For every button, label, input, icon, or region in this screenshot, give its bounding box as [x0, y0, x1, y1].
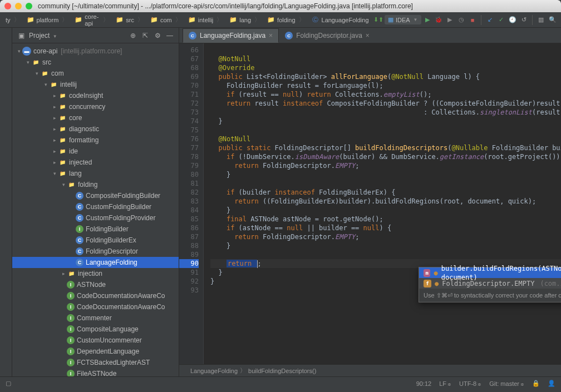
- caret-position[interactable]: 90:12: [416, 380, 432, 387]
- editor-tab[interactable]: CLanguageFolding.java×: [183, 28, 279, 43]
- breadcrumb-item[interactable]: 📁lang〉: [227, 16, 264, 24]
- breadcrumb-item[interactable]: 📁com〉: [148, 16, 185, 24]
- tree-node[interactable]: ICompositeLanguage: [12, 324, 179, 335]
- tree-node[interactable]: ▾📁folding: [12, 179, 179, 190]
- tree-node[interactable]: CCustomFoldingBuilder: [12, 201, 179, 212]
- stop-button[interactable]: ■: [468, 14, 478, 26]
- iface-icon: I: [67, 325, 75, 333]
- tree-node[interactable]: CCompositeFoldingBuilder: [12, 190, 179, 201]
- tree-node[interactable]: ▸📁injected: [12, 157, 179, 168]
- hide-panel-icon[interactable]: —: [165, 31, 174, 40]
- tree-node[interactable]: ▾📁src: [12, 57, 179, 68]
- folder-icon: 📁: [188, 16, 196, 24]
- project-panel-header: ▣ Project ▼ ⊕ ⇱ ⚙ —: [12, 28, 179, 43]
- file-encoding[interactable]: UTF-8≑: [459, 380, 481, 387]
- tree-node[interactable]: CLanguageFolding: [12, 257, 179, 268]
- status-icon[interactable]: ▢: [6, 380, 11, 387]
- search-everywhere-button[interactable]: 🔍: [548, 14, 558, 26]
- breadcrumb-method[interactable]: buildFoldingDescriptors(): [248, 368, 316, 374]
- readonly-lock-icon[interactable]: 🔒: [532, 380, 540, 387]
- iface-icon: I: [67, 292, 75, 300]
- tree-node[interactable]: ▸📁formatting: [12, 135, 179, 146]
- code-editor[interactable]: 6667686970717273747576777879808182838485…: [179, 43, 561, 364]
- scroll-from-source-icon[interactable]: ⊕: [129, 31, 137, 40]
- folder-icon: 📁: [116, 16, 124, 24]
- close-tab-icon[interactable]: ×: [269, 32, 273, 39]
- iface-icon: I: [67, 281, 75, 289]
- pkg-icon: 📁: [58, 91, 67, 100]
- coverage-button[interactable]: ▶: [445, 14, 455, 26]
- tree-node[interactable]: ▸📁injection: [12, 268, 179, 279]
- breadcrumb-item[interactable]: 📁intellij〉: [186, 16, 227, 24]
- class-icon: Ⓒ: [312, 16, 319, 24]
- project-tree[interactable]: ▾▬core-api[intellij.platform.core]▾📁src▾…: [12, 43, 179, 376]
- editor-tab[interactable]: CFoldingDescriptor.java×: [279, 28, 376, 43]
- breadcrumb-item[interactable]: 📁src〉: [114, 16, 147, 24]
- tree-node[interactable]: ▾▬core-api[intellij.platform.core]: [12, 46, 179, 57]
- profile-button[interactable]: ◷: [456, 14, 466, 26]
- method-icon: m: [424, 269, 430, 277]
- tree-node[interactable]: ▸📁codeInsight: [12, 90, 179, 101]
- cls-icon: C: [76, 236, 83, 244]
- breadcrumb-item[interactable]: 📁folding〉: [265, 16, 308, 24]
- inspection-indicator[interactable]: 👤: [548, 380, 555, 387]
- project-structure-button[interactable]: ▥: [536, 14, 546, 26]
- folder-icon: 📁: [27, 16, 35, 24]
- tree-node[interactable]: ICommenter: [12, 312, 179, 324]
- settings-gear-icon[interactable]: ⚙: [153, 31, 162, 40]
- pkg-icon: 📁: [58, 136, 67, 145]
- folder-icon: 📁: [75, 16, 82, 24]
- left-gutter[interactable]: [0, 28, 12, 376]
- run-button[interactable]: ▶: [422, 14, 432, 26]
- tree-node[interactable]: IFoldingBuilder: [12, 224, 179, 235]
- breadcrumb-item[interactable]: 📁core-api〉: [72, 13, 112, 27]
- class-icon: C: [189, 32, 196, 39]
- tree-node[interactable]: IFCTSBackedLighterAST: [12, 357, 179, 368]
- tree-node[interactable]: ▸📁concurrency: [12, 101, 179, 112]
- folder-icon: 📁: [150, 16, 158, 24]
- tree-node[interactable]: IDependentLanguage: [12, 346, 179, 357]
- breadcrumb-item[interactable]: 📁platform〉: [24, 16, 72, 24]
- git-branch[interactable]: Git: master≑: [489, 380, 524, 387]
- tree-node[interactable]: ▾📁intellij: [12, 79, 179, 90]
- minimize-window[interactable]: [15, 3, 22, 9]
- vcs-commit-button[interactable]: ✓: [496, 14, 506, 26]
- completion-item[interactable]: f ● FoldingDescriptor.EMPTY (com.intelli…: [419, 278, 561, 289]
- tree-node[interactable]: ICodeDocumentationAwareCo: [12, 290, 179, 301]
- breadcrumb-item[interactable]: ty〉: [3, 16, 23, 24]
- tree-node[interactable]: CCustomFoldingProvider: [12, 212, 179, 224]
- vcs-update-button[interactable]: ↙: [485, 14, 495, 26]
- tree-node[interactable]: ▾📁lang: [12, 168, 179, 179]
- vcs-history-button[interactable]: 🕘: [508, 14, 518, 26]
- tree-node[interactable]: CFoldingBuilderEx: [12, 235, 179, 246]
- tree-node[interactable]: ▾📁com: [12, 68, 179, 79]
- window-title: community [~/ultimate/community] - .../p…: [38, 2, 413, 10]
- code-content[interactable]: @NotNull @Override public List<FoldingBu…: [204, 43, 561, 364]
- tree-node[interactable]: ▸📁diagnostic: [12, 123, 179, 135]
- project-view-icon[interactable]: ▣: [17, 31, 26, 40]
- run-config-selector[interactable]: ▦IDEA▼: [385, 15, 421, 24]
- pkg-icon: 📁: [58, 147, 67, 156]
- close-window[interactable]: [4, 3, 11, 9]
- build-button[interactable]: ⬇⬆: [373, 14, 383, 26]
- line-number-gutter[interactable]: 6667686970717273747576777879808182838485…: [179, 43, 204, 364]
- zoom-window[interactable]: [26, 3, 32, 9]
- tree-node[interactable]: IFileASTNode: [12, 368, 179, 376]
- line-separator[interactable]: LF≑: [439, 380, 451, 387]
- tree-node[interactable]: ▸📁ide: [12, 146, 179, 157]
- pkg-icon: 📁: [49, 80, 58, 89]
- collapse-all-icon[interactable]: ⇱: [141, 31, 150, 40]
- pkg-icon: 📁: [58, 102, 67, 111]
- project-panel-title: Project ▼: [29, 32, 125, 39]
- debug-button[interactable]: 🐞: [434, 14, 444, 26]
- tree-node[interactable]: ICustomUncommenter: [12, 335, 179, 346]
- tree-node[interactable]: IASTNode: [12, 279, 179, 290]
- tree-node[interactable]: CFoldingDescriptor: [12, 246, 179, 257]
- tree-node[interactable]: ICodeDocumentationAwareCo: [12, 301, 179, 312]
- tree-node[interactable]: ▸📁core: [12, 112, 179, 123]
- breadcrumb-class[interactable]: LanguageFolding: [190, 368, 238, 374]
- close-tab-icon[interactable]: ×: [366, 32, 370, 39]
- breadcrumb-item[interactable]: ⒸLanguageFolding: [309, 16, 371, 24]
- vcs-revert-button[interactable]: ↺: [519, 14, 529, 26]
- completion-item[interactable]: m ● builder.buildFoldRegions(ASTNode nod…: [419, 267, 561, 278]
